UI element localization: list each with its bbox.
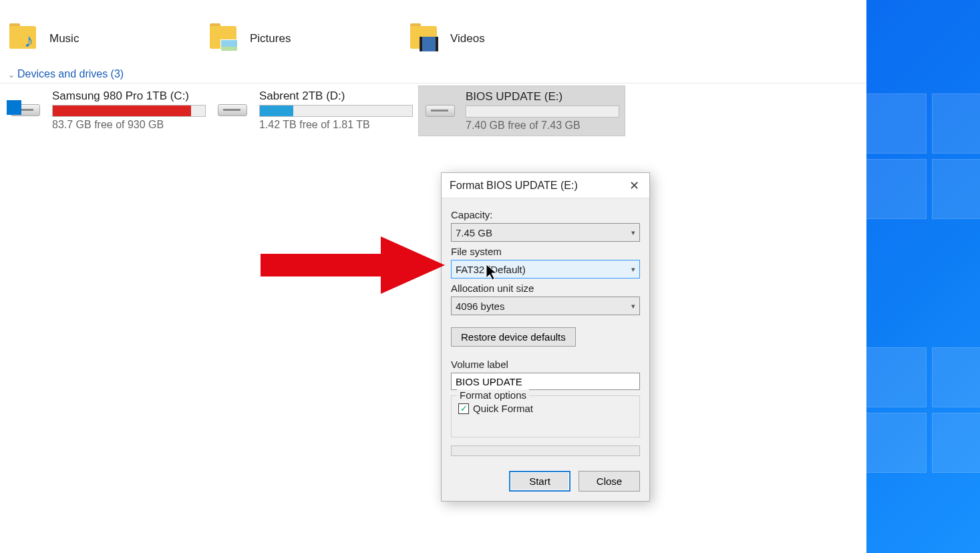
drive-name: Sabrent 2TB (D:) xyxy=(259,89,413,103)
usage-bar xyxy=(466,106,619,118)
devices-section-header[interactable]: ⌄Devices and drives (3) xyxy=(0,65,866,83)
format-dialog: Format BIOS UPDATE (E:) ✕ Capacity: 7.45… xyxy=(441,172,650,502)
capacity-combo[interactable]: 7.45 GB ▾ xyxy=(451,223,640,242)
folders-row: ♪ Music Pictures Videos xyxy=(0,19,601,59)
section-label: Devices and drives (3) xyxy=(17,68,124,79)
drive-d[interactable]: Sabrent 2TB (D:) 1.42 TB free of 1.81 TB xyxy=(211,85,418,136)
format-progress-bar xyxy=(451,445,640,456)
volume-label-input[interactable] xyxy=(451,373,640,390)
format-options-legend: Format options xyxy=(457,389,529,401)
dialog-title: Format BIOS UPDATE (E:) xyxy=(450,180,578,192)
hard-drive-icon xyxy=(9,99,43,123)
allocation-combo[interactable]: 4096 bytes ▾ xyxy=(451,297,640,315)
start-button[interactable]: Start xyxy=(509,471,570,492)
music-folder-icon: ♪ xyxy=(7,22,40,55)
chevron-down-icon: ▾ xyxy=(631,302,635,311)
drive-free-text: 7.40 GB free of 7.43 GB xyxy=(466,120,619,132)
usage-bar xyxy=(52,105,206,117)
drive-name: Samsung 980 Pro 1TB (C:) xyxy=(52,89,206,103)
quick-format-row[interactable]: ✓ Quick Format xyxy=(458,403,633,414)
usage-bar xyxy=(259,105,413,117)
filesystem-label: File system xyxy=(451,246,640,257)
drive-name: BIOS UPDATE (E:) xyxy=(466,90,619,104)
videos-folder-icon xyxy=(407,22,441,55)
capacity-label: Capacity: xyxy=(451,209,640,220)
allocation-label: Allocation unit size xyxy=(451,283,640,294)
drive-free-text: 1.42 TB free of 1.81 TB xyxy=(259,119,413,131)
close-button[interactable]: Close xyxy=(579,471,640,492)
restore-defaults-button[interactable]: Restore device defaults xyxy=(451,327,576,347)
quick-format-checkbox[interactable]: ✓ xyxy=(458,403,469,414)
folder-label: Pictures xyxy=(250,32,291,45)
filesystem-combo[interactable]: FAT32 (Default) ▾ xyxy=(451,260,640,279)
folder-label: Videos xyxy=(450,32,485,45)
chevron-down-icon: ▾ xyxy=(631,265,635,274)
allocation-value: 4096 bytes xyxy=(456,301,504,312)
hard-drive-icon xyxy=(216,99,250,123)
drive-c[interactable]: Samsung 980 Pro 1TB (C:) 83.7 GB free of… xyxy=(4,85,211,136)
drive-e[interactable]: BIOS UPDATE (E:) 7.40 GB free of 7.43 GB xyxy=(418,85,625,136)
capacity-value: 7.45 GB xyxy=(456,227,492,238)
drive-free-text: 83.7 GB free of 930 GB xyxy=(52,119,206,131)
pictures-folder-icon xyxy=(207,22,240,55)
format-options-fieldset: Format options ✓ Quick Format xyxy=(451,395,640,437)
chevron-down-icon: ⌄ xyxy=(8,70,15,79)
folder-music[interactable]: ♪ Music xyxy=(0,19,200,59)
chevron-down-icon: ▾ xyxy=(631,228,635,237)
folder-videos[interactable]: Videos xyxy=(401,19,601,59)
close-icon[interactable]: ✕ xyxy=(619,173,649,198)
volume-label-caption: Volume label xyxy=(451,359,640,370)
desktop-background-strip xyxy=(866,0,980,553)
drives-row: Samsung 980 Pro 1TB (C:) 83.7 GB free of… xyxy=(4,85,625,136)
filesystem-value: FAT32 (Default) xyxy=(456,264,526,275)
dialog-titlebar[interactable]: Format BIOS UPDATE (E:) ✕ xyxy=(442,173,649,198)
explorer-window[interactable]: ♪ Music Pictures Videos ⌄Devices and dri… xyxy=(0,0,866,553)
hard-drive-icon xyxy=(424,100,456,124)
quick-format-label: Quick Format xyxy=(473,403,533,414)
folder-label: Music xyxy=(49,32,79,45)
folder-pictures[interactable]: Pictures xyxy=(200,19,401,59)
